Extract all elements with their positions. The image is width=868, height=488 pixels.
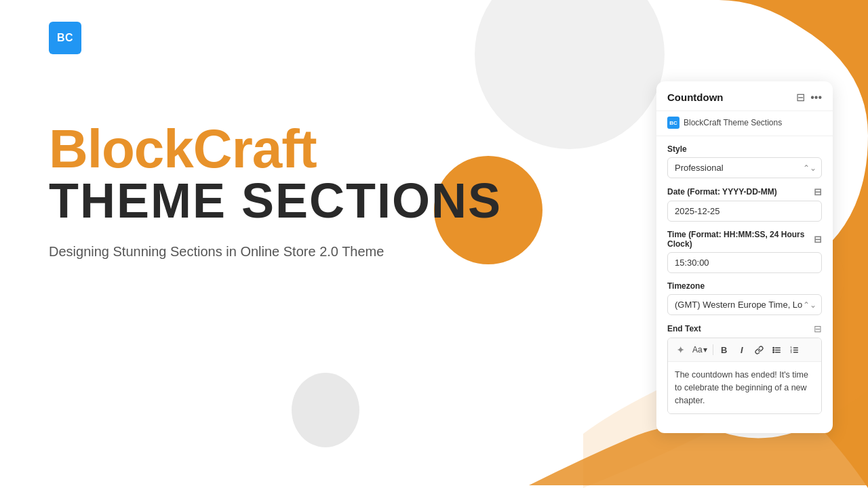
rich-content[interactable]: The countdown has ended! It's time to ce… [668, 362, 821, 413]
panel-body: Style Professional Classic Minimal Bold … [656, 136, 833, 414]
date-field-group: Date (Format: YYYY-DD-MM) ⊟ [667, 186, 822, 222]
time-database-icon: ⊟ [814, 234, 822, 245]
style-field-group: Style Professional Classic Minimal Bold … [667, 144, 822, 178]
bullet-list-btn[interactable] [769, 342, 785, 358]
source-badge: BC [667, 117, 679, 129]
style-label-row: Style [667, 144, 822, 154]
magic-btn[interactable]: ✦ [672, 342, 688, 358]
style-select[interactable]: Professional Classic Minimal Bold [667, 157, 822, 178]
end-text-field-group: End Text ⊟ ✦ Aa ▾ B I [667, 323, 822, 414]
time-label-row: Time (Format: HH:MM:SS, 24 Hours Clock) … [667, 230, 822, 249]
theme-sections-title: THEME SECTIONS [49, 176, 502, 225]
rich-toolbar: ✦ Aa ▾ B I [668, 338, 821, 362]
main-content: BlockCraft THEME SECTIONS Designing Stun… [49, 122, 502, 260]
end-text-label: End Text [667, 324, 701, 333]
time-input[interactable] [667, 252, 822, 273]
panel-source: BC BlockCraft Theme Sections [656, 111, 833, 136]
date-database-icon: ⊟ [814, 186, 822, 197]
logo: BC [49, 22, 81, 54]
date-input[interactable] [667, 201, 822, 222]
time-label: Time (Format: HH:MM:SS, 24 Hours Clock) [667, 230, 814, 249]
bold-btn[interactable]: B [716, 342, 732, 358]
panel-header-icons: ⊟ ••• [796, 91, 822, 104]
panel-title: Countdown [667, 92, 723, 103]
style-label: Style [667, 144, 687, 154]
settings-panel: Countdown ⊟ ••• BC BlockCraft Theme Sect… [656, 81, 833, 433]
end-text-database-icon: ⊟ [814, 323, 822, 334]
toolbar-separator-1 [713, 344, 713, 355]
svg-point-5 [773, 351, 774, 352]
svg-point-4 [773, 349, 774, 350]
timezone-label: Timezone [667, 281, 705, 291]
time-field-group: Time (Format: HH:MM:SS, 24 Hours Clock) … [667, 230, 822, 273]
date-label: Date (Format: YYYY-DD-MM) [667, 187, 777, 197]
date-label-row: Date (Format: YYYY-DD-MM) ⊟ [667, 186, 822, 197]
link-btn[interactable] [751, 342, 768, 358]
brand-title: BlockCraft [49, 122, 502, 176]
italic-btn[interactable]: I [734, 342, 750, 358]
timezone-select-wrapper: (GMT) Western Europe Time, Lond... (GMT+… [667, 294, 822, 315]
logo-box: BC [49, 22, 81, 54]
svg-text:3: 3 [791, 350, 792, 353]
rich-editor: ✦ Aa ▾ B I [667, 338, 822, 414]
timezone-field-group: Timezone (GMT) Western Europe Time, Lond… [667, 281, 822, 315]
bg-blob-bottom [292, 373, 359, 447]
svg-point-3 [773, 347, 774, 348]
hero-description: Designing Stunning Sections in Online St… [49, 244, 502, 260]
style-select-wrapper: Professional Classic Minimal Bold ⌃⌄ [667, 157, 822, 178]
logo-text: BC [57, 32, 73, 44]
timezone-select[interactable]: (GMT) Western Europe Time, Lond... (GMT+… [667, 294, 822, 315]
font-size-btn[interactable]: Aa ▾ [690, 344, 710, 356]
end-text-label-row: End Text ⊟ [667, 323, 822, 334]
timezone-label-row: Timezone [667, 281, 822, 291]
panel-header: Countdown ⊟ ••• [656, 81, 833, 111]
numbered-list-btn[interactable]: 1 2 3 [787, 342, 803, 358]
source-name: BlockCraft Theme Sections [684, 118, 782, 127]
database-icon[interactable]: ⊟ [796, 91, 805, 104]
more-icon[interactable]: ••• [810, 92, 822, 104]
